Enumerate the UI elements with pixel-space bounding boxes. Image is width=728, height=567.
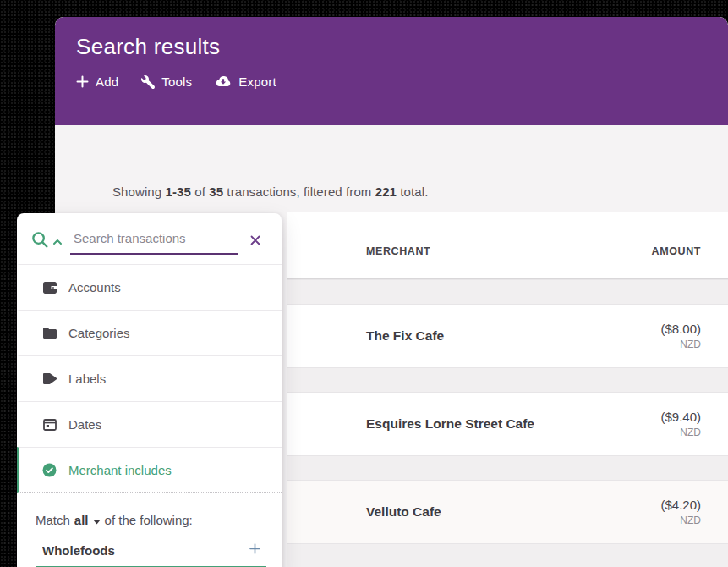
- amount-value: ($9.40): [660, 410, 701, 424]
- search-filter-panel: Accounts Categories Labels Dates Merchan…: [17, 213, 282, 567]
- caret-down-icon: [93, 513, 101, 527]
- search-icon: [30, 230, 50, 252]
- amount-cell: ($4.20) NZD: [660, 498, 728, 526]
- column-header-merchant: MERCHANT: [287, 245, 652, 257]
- add-term-button[interactable]: [244, 541, 266, 559]
- transaction-row[interactable]: Esquires Lorne Street Cafe ($9.40) NZD: [287, 393, 728, 455]
- group-separator: [287, 455, 728, 481]
- search-toggle-button[interactable]: [30, 230, 63, 252]
- results-summary: Showing 1-35 of 35 transactions, filtere…: [112, 184, 428, 199]
- plus-icon: [76, 75, 89, 88]
- match-row: Match all of the following:: [17, 493, 282, 527]
- currency-code: NZD: [660, 515, 701, 526]
- check-circle-icon: [42, 463, 57, 477]
- match-suffix: of the following:: [105, 513, 193, 527]
- app-header: Search results Add Tools Export: [55, 17, 728, 125]
- amount-value: ($4.20): [660, 498, 701, 512]
- filter-item-label: Dates: [68, 417, 101, 432]
- filter-item-label: Labels: [68, 372, 106, 386]
- filter-item-label: Merchant includes: [68, 463, 172, 477]
- group-separator: [287, 279, 728, 305]
- match-prefix: Match: [36, 513, 70, 527]
- cloud-download-icon: [215, 75, 232, 88]
- filter-item-label: Categories: [68, 326, 130, 340]
- close-icon: [249, 234, 261, 249]
- add-button-label: Add: [96, 74, 118, 89]
- chevron-up-icon: [52, 235, 63, 248]
- tools-button-label: Tools: [161, 74, 192, 89]
- search-term-row: [36, 541, 266, 567]
- plus-icon: [249, 542, 261, 558]
- page-title: Search results: [76, 34, 728, 60]
- filter-item-categories[interactable]: Categories: [17, 310, 282, 355]
- group-separator: [287, 543, 728, 567]
- table-header-row: MERCHANT AMOUNT: [287, 212, 728, 279]
- transactions-table: MERCHANT AMOUNT The Fix Cafe ($8.00) NZD…: [287, 212, 728, 567]
- amount-value: ($8.00): [660, 322, 701, 336]
- screenshot-stage: Search results Add Tools Export Showing …: [0, 0, 728, 567]
- tag-icon: [42, 373, 57, 384]
- filter-item-label: Accounts: [68, 280, 121, 295]
- export-button-label: Export: [238, 74, 276, 89]
- wallet-icon: [42, 282, 57, 294]
- add-button[interactable]: Add: [76, 74, 118, 89]
- amount-cell: ($9.40) NZD: [660, 410, 728, 438]
- merchant-name: Esquires Lorne Street Cafe: [287, 416, 660, 432]
- filter-item-labels[interactable]: Labels: [17, 355, 282, 401]
- search-input[interactable]: [70, 228, 238, 255]
- amount-cell: ($8.00) NZD: [660, 322, 728, 350]
- match-mode-value: all: [74, 513, 89, 527]
- export-button[interactable]: Export: [215, 74, 276, 89]
- close-button[interactable]: [246, 231, 265, 252]
- merchant-name: Velluto Cafe: [287, 504, 660, 520]
- match-mode-dropdown[interactable]: all: [74, 513, 101, 527]
- filter-item-dates[interactable]: Dates: [17, 401, 282, 447]
- currency-code: NZD: [660, 427, 701, 438]
- transaction-row[interactable]: The Fix Cafe ($8.00) NZD: [287, 305, 728, 367]
- search-input-row: [17, 213, 282, 264]
- toolbar: Add Tools Export: [76, 74, 728, 89]
- search-term-input[interactable]: [36, 543, 244, 558]
- merchant-name: The Fix Cafe: [287, 328, 660, 344]
- tools-button[interactable]: Tools: [141, 74, 192, 89]
- calendar-icon: [42, 418, 57, 431]
- transaction-row[interactable]: Velluto Cafe ($4.20) NZD: [287, 481, 728, 543]
- filter-item-accounts[interactable]: Accounts: [17, 264, 282, 310]
- folder-icon: [42, 328, 57, 339]
- filter-item-merchant-includes[interactable]: Merchant includes: [17, 447, 282, 493]
- group-separator: [287, 367, 728, 393]
- column-header-amount: AMOUNT: [652, 245, 728, 257]
- currency-code: NZD: [660, 339, 701, 350]
- wrench-icon: [141, 75, 155, 89]
